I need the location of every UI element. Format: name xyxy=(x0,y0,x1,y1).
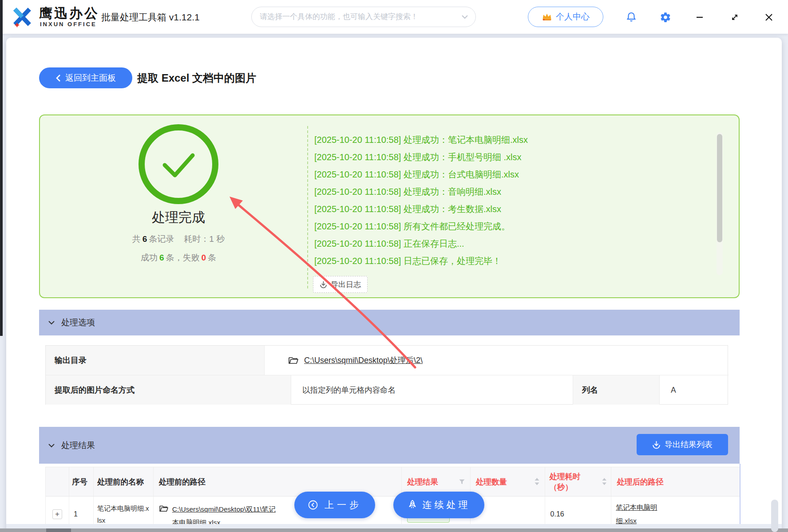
download-icon xyxy=(320,281,327,288)
status-title: 处理完成 xyxy=(90,209,267,227)
log-scrollbar-thumb[interactable] xyxy=(717,134,722,242)
close-button[interactable] xyxy=(761,9,777,25)
back-button-label: 返回到主面板 xyxy=(65,72,116,84)
elapsed-value: 1 秒 xyxy=(209,234,225,244)
export-log-button[interactable]: 导出日志 xyxy=(313,276,368,293)
fail-count: 0 xyxy=(202,253,206,262)
column-name-label: 列名 xyxy=(573,375,660,405)
app-logo-icon xyxy=(10,5,34,29)
log-line: [2025-10-20 11:10:58] 处理成功：考生数据.xlsx xyxy=(314,201,714,218)
minimize-icon xyxy=(696,13,704,21)
summary-line-success-fail: 成功6条，失败0条 xyxy=(67,252,289,264)
folder-icon xyxy=(288,356,299,365)
continue-processing-button[interactable]: 连续处理 xyxy=(393,492,484,518)
results-section-header[interactable]: 处理结果 xyxy=(39,427,740,464)
export-results-label: 导出结果列表 xyxy=(665,439,713,450)
output-dir-cell: C:\Users\sqmil\Desktop\处理后\2\ xyxy=(265,346,729,375)
sort-carets-icon[interactable] xyxy=(535,478,539,485)
function-search-select[interactable] xyxy=(251,7,476,27)
expand-row-button[interactable]: + xyxy=(52,509,62,519)
resize-button[interactable] xyxy=(727,9,743,25)
output-dir-link[interactable]: C:\Users\sqmil\Desktop\处理后\2\ xyxy=(304,355,423,366)
circle-back-icon xyxy=(308,500,318,510)
content-bottom-gap xyxy=(6,524,782,528)
window-titlebar: 鹰迅办公 INXUN OFFICE 批量处理工具箱 v1.12.1 个人中心 xyxy=(0,0,788,34)
chevron-down-icon xyxy=(461,15,468,19)
col-elapsed[interactable]: 处理耗时（秒） xyxy=(545,467,612,496)
output-dir-label: 输出目录 xyxy=(46,346,265,375)
chevron-down-icon xyxy=(48,320,55,325)
naming-mode-label: 提取后的图片命名方式 xyxy=(46,375,291,405)
filter-funnel-icon[interactable] xyxy=(459,479,465,485)
chevron-left-icon xyxy=(55,74,61,82)
row-index-cell: 1 xyxy=(69,497,94,525)
col-name: 处理前的名称 xyxy=(94,467,154,496)
user-center-button[interactable]: 个人中心 xyxy=(528,7,603,27)
row-name-cell: 笔记本电脑明细.xlsx xyxy=(94,497,154,525)
column-name-value: A xyxy=(660,375,729,405)
search-input[interactable] xyxy=(259,12,458,22)
horizontal-scrollbar-thumb[interactable] xyxy=(46,528,71,532)
continue-processing-label: 连续处理 xyxy=(423,499,471,511)
col-expand xyxy=(46,467,69,496)
sort-carets-icon[interactable] xyxy=(602,478,607,485)
export-results-button[interactable]: 导出结果列表 xyxy=(637,434,728,455)
download-icon xyxy=(652,441,661,449)
options-section-header[interactable]: 处理选项 xyxy=(39,310,740,335)
col-index: 序号 xyxy=(69,467,94,496)
total-count: 6 xyxy=(143,234,147,244)
result-summary-panel: 处理完成 共6条记录耗时：1 秒 成功6条，失败0条 [2025-10-20 1… xyxy=(39,114,740,298)
naming-mode-value: 以指定列的单元格内容命名 xyxy=(291,375,573,405)
log-line: [2025-10-20 11:10:58] 处理成功：笔记本电脑明细.xlsx xyxy=(314,131,714,149)
summary-line-total: 共6条记录耗时：1 秒 xyxy=(67,233,289,245)
previous-step-label: 上一步 xyxy=(325,499,362,511)
crown-icon xyxy=(542,12,552,21)
row-expand-cell: + xyxy=(46,497,69,525)
results-section-title: 处理结果 xyxy=(61,440,95,451)
output-path-link[interactable]: 笔记本电脑明细.xlsx xyxy=(616,501,662,525)
previous-step-button[interactable]: 上一步 xyxy=(294,492,375,518)
log-line: [2025-10-20 11:10:58] 所有文件都已经处理完成。 xyxy=(314,218,714,235)
options-section-title: 处理选项 xyxy=(61,317,95,328)
col-count[interactable]: 处理数量 xyxy=(471,467,545,496)
panel-divider xyxy=(307,126,308,288)
log-line: [2025-10-20 11:10:58] 处理成功：台式电脑明细.xlsx xyxy=(314,166,714,183)
results-table-header: 序号 处理前的名称 处理前的路径 处理结果 处理数量 处理耗时（秒） 处理后的路… xyxy=(46,467,740,497)
resize-icon xyxy=(730,13,739,22)
success-check-icon xyxy=(139,124,218,204)
col-output-path: 处理后的路径 xyxy=(611,467,740,496)
close-icon xyxy=(764,13,773,22)
results-panel-right-border xyxy=(740,464,740,524)
window-bottom-edge xyxy=(0,528,788,532)
notification-bell-button[interactable] xyxy=(623,9,639,25)
log-line: [2025-10-20 11:10:58] 正在保存日志... xyxy=(314,235,714,252)
export-log-label: 导出日志 xyxy=(331,280,361,290)
vertical-scrollbar-thumb[interactable] xyxy=(771,500,778,532)
rocket-icon xyxy=(408,500,417,510)
row-elapsed-cell: 0.16 xyxy=(545,497,612,525)
minimize-button[interactable] xyxy=(692,9,708,25)
gear-icon xyxy=(660,12,671,23)
log-scrollbar[interactable] xyxy=(717,132,723,275)
table-row: + 1 笔记本电脑明细.xlsx C:\Users\sqmil\Desktop\… xyxy=(46,497,740,525)
options-table: 输出目录 C:\Users\sqmil\Desktop\处理后\2\ 提取后的图… xyxy=(45,345,728,405)
source-path-link[interactable]: C:\Users\sqmil\Desktop\双11\笔记本电脑明细.xlsx xyxy=(172,503,281,525)
brand-name-en: INXUN OFFICE xyxy=(40,21,97,28)
brand-name: 鹰迅办公 xyxy=(39,4,99,23)
page-title: 提取 Excel 文档中的图片 xyxy=(137,71,256,85)
bell-icon xyxy=(626,12,637,23)
log-line: [2025-10-20 11:10:58] 处理成功：手机型号明细 .xlsx xyxy=(314,149,714,166)
log-line: [2025-10-20 11:10:58] 处理成功：音响明细.xlsx xyxy=(314,183,714,201)
app-title: 批量处理工具箱 v1.12.1 xyxy=(101,11,200,24)
row-output-cell: 笔记本电脑明细.xlsx xyxy=(611,497,740,525)
chevron-down-icon xyxy=(48,443,55,448)
user-center-label: 个人中心 xyxy=(556,11,590,23)
background-window-edge xyxy=(0,0,3,336)
back-to-dashboard-button[interactable]: 返回到主面板 xyxy=(39,67,132,88)
success-count: 6 xyxy=(159,253,164,262)
results-table: 序号 处理前的名称 处理前的路径 处理结果 处理数量 处理耗时（秒） 处理后的路… xyxy=(45,467,740,525)
folder-icon xyxy=(159,504,169,512)
log-line: [2025-10-20 11:10:58] 日志已保存，处理完毕！ xyxy=(314,252,714,270)
settings-button[interactable] xyxy=(657,9,673,25)
